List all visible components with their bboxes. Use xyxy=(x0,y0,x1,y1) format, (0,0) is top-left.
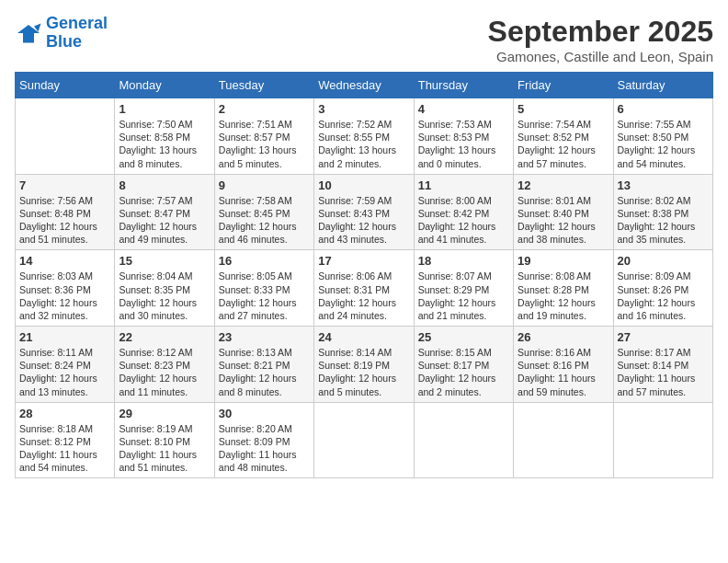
day-number: 13 xyxy=(618,178,709,192)
day-number: 8 xyxy=(119,178,210,192)
cell-info: Sunrise: 8:14 AM Sunset: 8:19 PM Dayligh… xyxy=(318,346,409,398)
calendar-cell xyxy=(514,402,613,478)
calendar-cell: 14Sunrise: 8:03 AM Sunset: 8:36 PM Dayli… xyxy=(16,250,115,327)
day-number: 24 xyxy=(318,330,409,344)
day-number: 28 xyxy=(19,407,110,420)
page-header: General Blue September 2025 Gamones, Cas… xyxy=(15,15,713,64)
calendar-cell: 28Sunrise: 8:18 AM Sunset: 8:12 PM Dayli… xyxy=(16,402,115,478)
calendar-cell: 21Sunrise: 8:11 AM Sunset: 8:24 PM Dayli… xyxy=(16,327,115,403)
calendar-cell: 12Sunrise: 8:01 AM Sunset: 8:40 PM Dayli… xyxy=(514,174,613,250)
cell-info: Sunrise: 8:09 AM Sunset: 8:26 PM Dayligh… xyxy=(618,270,709,322)
cell-info: Sunrise: 8:17 AM Sunset: 8:14 PM Dayligh… xyxy=(618,346,709,398)
cell-info: Sunrise: 8:19 AM Sunset: 8:10 PM Dayligh… xyxy=(119,422,210,475)
calendar-cell: 22Sunrise: 8:12 AM Sunset: 8:23 PM Dayli… xyxy=(115,327,214,403)
title-area: September 2025 Gamones, Castille and Leo… xyxy=(488,15,713,64)
day-number: 2 xyxy=(219,102,310,116)
day-number: 20 xyxy=(618,254,709,268)
calendar-cell: 16Sunrise: 8:05 AM Sunset: 8:33 PM Dayli… xyxy=(214,250,313,327)
day-number: 18 xyxy=(418,254,509,268)
calendar-cell: 18Sunrise: 8:07 AM Sunset: 8:29 PM Dayli… xyxy=(414,250,513,327)
calendar-cell: 15Sunrise: 8:04 AM Sunset: 8:35 PM Dayli… xyxy=(115,250,214,327)
cell-info: Sunrise: 8:13 AM Sunset: 8:21 PM Dayligh… xyxy=(219,346,310,398)
calendar-cell: 1Sunrise: 7:50 AM Sunset: 8:58 PM Daylig… xyxy=(115,98,214,175)
calendar-body: 1Sunrise: 7:50 AM Sunset: 8:58 PM Daylig… xyxy=(16,98,713,478)
week-row-2: 7Sunrise: 7:56 AM Sunset: 8:48 PM Daylig… xyxy=(16,174,713,250)
week-row-3: 14Sunrise: 8:03 AM Sunset: 8:36 PM Dayli… xyxy=(16,250,713,327)
day-number: 17 xyxy=(318,254,409,268)
logo: General Blue xyxy=(15,15,108,52)
calendar-cell: 17Sunrise: 8:06 AM Sunset: 8:31 PM Dayli… xyxy=(314,250,414,327)
cell-info: Sunrise: 8:20 AM Sunset: 8:09 PM Dayligh… xyxy=(219,422,310,475)
day-header-saturday: Saturday xyxy=(613,73,712,98)
cell-info: Sunrise: 7:51 AM Sunset: 8:57 PM Dayligh… xyxy=(219,118,310,170)
cell-info: Sunrise: 8:06 AM Sunset: 8:31 PM Dayligh… xyxy=(318,270,409,322)
calendar-cell: 30Sunrise: 8:20 AM Sunset: 8:09 PM Dayli… xyxy=(214,402,313,478)
day-number: 14 xyxy=(19,254,110,268)
calendar-cell: 7Sunrise: 7:56 AM Sunset: 8:48 PM Daylig… xyxy=(16,174,115,250)
cell-info: Sunrise: 7:52 AM Sunset: 8:55 PM Dayligh… xyxy=(318,118,409,170)
day-number: 16 xyxy=(219,254,310,268)
cell-info: Sunrise: 7:50 AM Sunset: 8:58 PM Dayligh… xyxy=(119,118,210,170)
cell-info: Sunrise: 8:04 AM Sunset: 8:35 PM Dayligh… xyxy=(119,270,210,322)
day-header-thursday: Thursday xyxy=(414,73,513,98)
logo-icon xyxy=(15,19,42,47)
calendar-cell: 2Sunrise: 7:51 AM Sunset: 8:57 PM Daylig… xyxy=(214,98,313,175)
cell-info: Sunrise: 8:16 AM Sunset: 8:16 PM Dayligh… xyxy=(518,346,609,398)
calendar-cell: 4Sunrise: 7:53 AM Sunset: 8:53 PM Daylig… xyxy=(414,98,513,175)
day-number: 25 xyxy=(418,330,509,344)
calendar-header-row: SundayMondayTuesdayWednesdayThursdayFrid… xyxy=(16,73,713,98)
day-number: 29 xyxy=(119,407,210,420)
day-number: 11 xyxy=(418,178,509,192)
cell-info: Sunrise: 7:53 AM Sunset: 8:53 PM Dayligh… xyxy=(418,118,509,170)
calendar-cell: 3Sunrise: 7:52 AM Sunset: 8:55 PM Daylig… xyxy=(314,98,414,175)
day-number: 3 xyxy=(318,102,409,116)
location-subtitle: Gamones, Castille and Leon, Spain xyxy=(488,49,713,64)
cell-info: Sunrise: 7:57 AM Sunset: 8:47 PM Dayligh… xyxy=(119,194,210,247)
day-number: 27 xyxy=(618,330,709,344)
cell-info: Sunrise: 8:11 AM Sunset: 8:24 PM Dayligh… xyxy=(19,346,110,398)
day-header-friday: Friday xyxy=(514,73,613,98)
cell-info: Sunrise: 7:58 AM Sunset: 8:45 PM Dayligh… xyxy=(219,194,310,247)
calendar-table: SundayMondayTuesdayWednesdayThursdayFrid… xyxy=(15,72,713,478)
week-row-5: 28Sunrise: 8:18 AM Sunset: 8:12 PM Dayli… xyxy=(16,402,713,478)
calendar-cell: 8Sunrise: 7:57 AM Sunset: 8:47 PM Daylig… xyxy=(115,174,214,250)
calendar-cell: 23Sunrise: 8:13 AM Sunset: 8:21 PM Dayli… xyxy=(214,327,313,403)
day-number: 1 xyxy=(119,102,210,116)
cell-info: Sunrise: 8:00 AM Sunset: 8:42 PM Dayligh… xyxy=(418,194,509,247)
day-header-sunday: Sunday xyxy=(16,73,115,98)
day-number: 4 xyxy=(418,102,509,116)
day-number: 12 xyxy=(518,178,609,192)
cell-info: Sunrise: 7:55 AM Sunset: 8:50 PM Dayligh… xyxy=(618,118,709,170)
calendar-cell xyxy=(613,402,712,478)
logo-text: General Blue xyxy=(46,15,108,52)
day-number: 10 xyxy=(318,178,409,192)
day-number: 15 xyxy=(119,254,210,268)
calendar-cell: 25Sunrise: 8:15 AM Sunset: 8:17 PM Dayli… xyxy=(414,327,513,403)
calendar-cell: 20Sunrise: 8:09 AM Sunset: 8:26 PM Dayli… xyxy=(613,250,712,327)
calendar-cell: 11Sunrise: 8:00 AM Sunset: 8:42 PM Dayli… xyxy=(414,174,513,250)
calendar-cell: 26Sunrise: 8:16 AM Sunset: 8:16 PM Dayli… xyxy=(514,327,613,403)
day-header-tuesday: Tuesday xyxy=(214,73,313,98)
calendar-cell: 9Sunrise: 7:58 AM Sunset: 8:45 PM Daylig… xyxy=(214,174,313,250)
day-number: 6 xyxy=(618,102,709,116)
day-header-monday: Monday xyxy=(115,73,214,98)
day-number: 22 xyxy=(119,330,210,344)
day-number: 5 xyxy=(518,102,609,116)
cell-info: Sunrise: 8:08 AM Sunset: 8:28 PM Dayligh… xyxy=(518,270,609,322)
cell-info: Sunrise: 7:54 AM Sunset: 8:52 PM Dayligh… xyxy=(518,118,609,170)
day-number: 9 xyxy=(219,178,310,192)
cell-info: Sunrise: 8:15 AM Sunset: 8:17 PM Dayligh… xyxy=(418,346,509,398)
calendar-cell: 10Sunrise: 7:59 AM Sunset: 8:43 PM Dayli… xyxy=(314,174,414,250)
calendar-cell: 6Sunrise: 7:55 AM Sunset: 8:50 PM Daylig… xyxy=(613,98,712,175)
day-number: 26 xyxy=(518,330,609,344)
day-number: 21 xyxy=(19,330,110,344)
calendar-cell: 24Sunrise: 8:14 AM Sunset: 8:19 PM Dayli… xyxy=(314,327,414,403)
calendar-cell: 13Sunrise: 8:02 AM Sunset: 8:38 PM Dayli… xyxy=(613,174,712,250)
calendar-cell: 5Sunrise: 7:54 AM Sunset: 8:52 PM Daylig… xyxy=(514,98,613,175)
day-number: 19 xyxy=(518,254,609,268)
calendar-cell xyxy=(314,402,414,478)
cell-info: Sunrise: 8:03 AM Sunset: 8:36 PM Dayligh… xyxy=(19,270,110,322)
cell-info: Sunrise: 8:12 AM Sunset: 8:23 PM Dayligh… xyxy=(119,346,210,398)
day-header-wednesday: Wednesday xyxy=(314,73,414,98)
week-row-4: 21Sunrise: 8:11 AM Sunset: 8:24 PM Dayli… xyxy=(16,327,713,403)
